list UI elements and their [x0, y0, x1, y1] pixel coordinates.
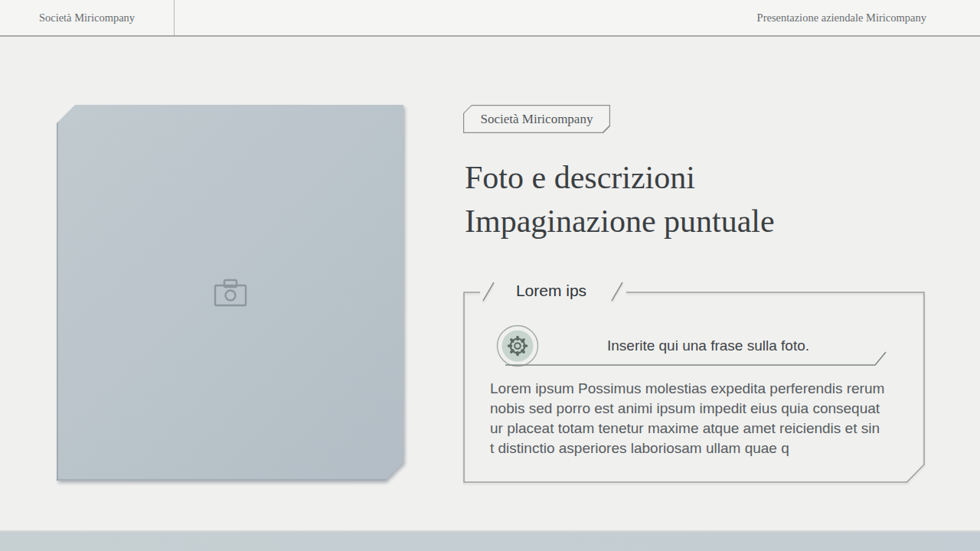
header-presentation-label: Presentazione aziendale Miricompany	[175, 11, 980, 24]
slide-title-line2: Impaginazione puntuale	[465, 200, 775, 243]
image-placeholder[interactable]	[57, 105, 403, 481]
slide-page: Società Miricompany Presentazione aziend…	[0, 0, 980, 551]
body-text-line: Lorem ipsum Possimus molestias expedita …	[490, 379, 884, 399]
camera-icon	[213, 279, 248, 308]
bottom-bar	[0, 530, 980, 551]
section-label: Lorem ips	[505, 282, 597, 300]
header-company-cell: Società Miricompany	[0, 0, 175, 35]
body-text-line: ur placeat totam tenetur maxime atque am…	[490, 419, 884, 439]
body-text-line: t distinctio asperiores laboriosam ullam…	[490, 439, 884, 458]
caption-underline	[463, 344, 926, 371]
label-slash-left	[483, 282, 494, 301]
slide-title-line1: Foto e descrizioni	[465, 156, 775, 200]
body-text-line: nobis sed porro est animi ipsum impedit …	[490, 399, 884, 419]
label-slash-right	[612, 282, 622, 301]
company-badge: Società Miricompany	[463, 105, 610, 133]
header-company-label: Società Miricompany	[39, 11, 135, 24]
image-placeholder-surface	[57, 105, 403, 481]
slide-title: Foto e descrizioni Impaginazione puntual…	[465, 156, 775, 243]
slide-header: Società Miricompany Presentazione aziend…	[0, 0, 980, 37]
company-badge-label: Società Miricompany	[464, 106, 609, 132]
body-text: Lorem ipsum Possimus molestias expedita …	[490, 379, 884, 458]
